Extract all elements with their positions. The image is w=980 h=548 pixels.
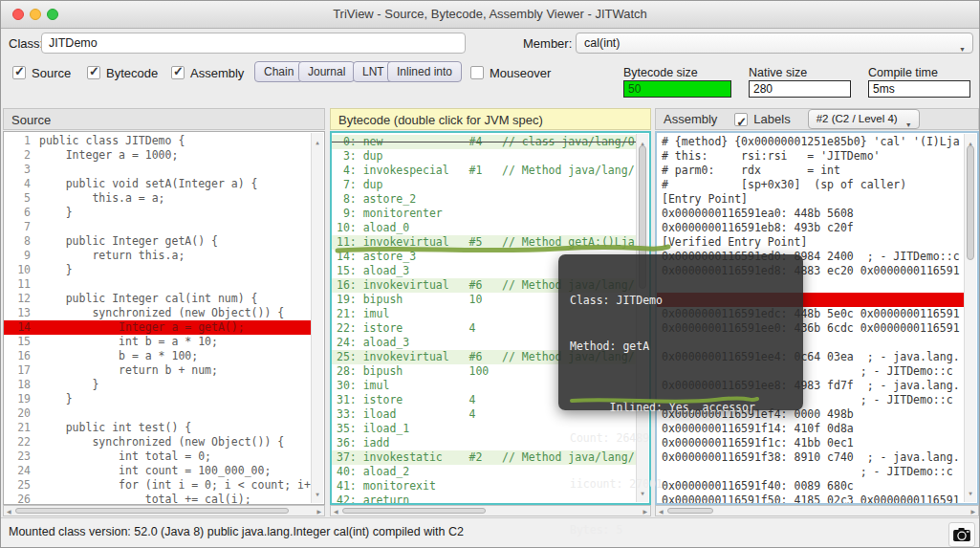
source-line[interactable]: 23 int total = 0;: [4, 449, 313, 464]
line-number: 24: [8, 464, 31, 478]
assembly-line[interactable]: [Verified Entry Point]: [657, 235, 966, 250]
member-label: Member:: [523, 36, 572, 51]
line-number: 26: [8, 493, 31, 504]
assembly-checkbox[interactable]: ✓: [171, 66, 185, 79]
source-line[interactable]: 3: [4, 163, 313, 177]
source-line[interactable]: 21 public int test() {: [4, 421, 313, 435]
scroll-up-icon[interactable]: ▲: [312, 135, 323, 149]
line-number: 10: [8, 263, 31, 277]
scroll-right-icon[interactable]: ▶: [316, 508, 321, 515]
source-line[interactable]: 24 int count = 100_000_00;: [4, 464, 313, 478]
assembly-line[interactable]: 0x0000000116591eb8: 493b c20f: [657, 221, 966, 235]
line-number: 13: [8, 306, 31, 320]
source-line[interactable]: 11: [4, 277, 313, 292]
source-line[interactable]: 12 public Integer cal(int num) {: [4, 292, 313, 306]
labels-checkbox[interactable]: ✓: [734, 113, 748, 126]
assembly-vertical-scrollbar[interactable]: ▲ ▼: [964, 134, 976, 502]
bytecode-checkbox[interactable]: ✓: [87, 66, 100, 79]
source-line[interactable]: 5 this.a = a;: [4, 191, 313, 206]
assembly-line[interactable]: # parm0: rdx = int: [657, 164, 966, 178]
source-line[interactable]: 7: [4, 220, 313, 234]
source-line[interactable]: 26 total += cal(i);: [4, 493, 313, 504]
mouseover-checkbox[interactable]: [470, 66, 484, 79]
bytecode-line[interactable]: 11: invokevirtual #5 // Method getA:()Lj…: [332, 235, 638, 250]
source-line[interactable]: 15 int b = a * 10;: [4, 335, 313, 349]
line-number: 17: [8, 363, 31, 378]
compile-time-label: Compile time: [868, 66, 938, 79]
bytecode-line[interactable]: 9: monitorenter: [332, 207, 638, 221]
source-line[interactable]: 19 }: [4, 392, 313, 406]
scroll-down-icon[interactable]: ▼: [312, 487, 323, 501]
assembly-line[interactable]: # [sp+0x30] (sp of caller): [657, 178, 966, 192]
source-checkbox[interactable]: ✓: [12, 66, 26, 79]
line-number: 18: [8, 378, 31, 392]
source-line-text: public Integer cal(int num) {: [39, 292, 257, 305]
line-number: 15: [8, 335, 31, 349]
scrollbar-thumb[interactable]: [15, 508, 289, 514]
source-line[interactable]: 16 b = a * 100;: [4, 349, 313, 363]
source-vertical-scrollbar[interactable]: ▲ ▼: [311, 133, 323, 503]
title-bar: TriView - Source, Bytecode, Assembly Vie…: [1, 1, 979, 29]
assembly-line[interactable]: [Entry Point]: [657, 192, 966, 207]
scroll-down-icon[interactable]: ▼: [965, 486, 976, 500]
line-number: 16: [8, 349, 31, 363]
bytecode-size-label: Bytecode size: [623, 66, 698, 79]
source-line[interactable]: 10 }: [4, 263, 313, 277]
source-line[interactable]: 18 }: [4, 378, 313, 392]
source-line-text: int total = 0;: [39, 449, 211, 463]
assembly-checkbox-label: Assembly: [190, 66, 244, 80]
compilation-level-select[interactable]: #2 (C2 / Level 4) ▼: [808, 109, 920, 129]
source-line[interactable]: 17 return b + num;: [4, 363, 313, 378]
line-number: 14: [8, 320, 31, 335]
source-line[interactable]: 22 synchronized (new Object()) {: [4, 435, 313, 449]
source-line-text: b = a * 100;: [39, 349, 198, 362]
source-line[interactable]: 20: [4, 406, 313, 421]
line-number: 9: [8, 249, 31, 263]
tooltip-iicount: iicount: 27001: [570, 476, 792, 492]
source-code-panel: 1public class JITDemo {2 Integer a = 100…: [3, 131, 325, 505]
zoom-window-icon[interactable]: [47, 9, 58, 20]
source-line[interactable]: 14 Integer a = getA();: [4, 320, 313, 335]
assembly-line[interactable]: # this: rsi:rsi = 'JITDemo': [657, 149, 966, 164]
bytecode-line[interactable]: 10: aload_0: [332, 221, 638, 235]
assembly-line[interactable]: # {method} {0x00000001251e85b0} 'cal' '(…: [657, 135, 966, 149]
scroll-left-icon[interactable]: ◀: [7, 508, 11, 515]
class-input[interactable]: JITDemo: [41, 33, 466, 54]
scroll-right-icon[interactable]: ▶: [970, 508, 975, 515]
tooltip-method: Method: getA: [570, 339, 792, 354]
source-line[interactable]: 8 public Integer getA() {: [4, 234, 313, 249]
scrollbar-thumb[interactable]: [342, 508, 486, 514]
source-line[interactable]: 13 synchronized (new Object()) {: [4, 306, 313, 320]
source-line[interactable]: 6 }: [4, 206, 313, 220]
bytecode-line[interactable]: 3: dup: [332, 149, 638, 164]
assembly-line[interactable]: 0x0000000116591ea0: 448b 5608: [657, 207, 966, 221]
bytecode-size-value: 50: [623, 80, 731, 98]
source-line[interactable]: 9 return this.a;: [4, 249, 313, 263]
source-line[interactable]: 25 for (int i = 0; i < count; i+: [4, 478, 313, 493]
bytecode-line[interactable]: 4: invokespecial #1 // Method java/lang/: [332, 164, 638, 178]
source-panel-header: Source: [3, 108, 325, 130]
line-number: 25: [8, 478, 31, 493]
scrollbar-thumb[interactable]: [967, 145, 974, 260]
bytecode-line[interactable]: 0: new #4 // class java/lang/O: [332, 135, 638, 149]
inlined-marker-underline: [570, 396, 761, 406]
scroll-left-icon[interactable]: ◀: [334, 508, 338, 515]
bytecode-line[interactable]: 7: dup: [332, 178, 638, 192]
source-line[interactable]: 2 Integer a = 1000;: [4, 148, 313, 163]
chain-button[interactable]: Chain: [254, 61, 303, 82]
check-icon: ✓: [173, 64, 184, 78]
minimize-window-icon[interactable]: [30, 9, 41, 20]
source-line[interactable]: 4 public void setA(Integer a) {: [4, 177, 313, 191]
close-window-icon[interactable]: [12, 9, 24, 20]
member-select[interactable]: cal(int) ▼: [576, 33, 973, 54]
bytecode-line[interactable]: 8: astore_2: [332, 192, 638, 207]
source-line-text: public Integer getA() {: [39, 234, 218, 248]
source-line[interactable]: 1public class JITDemo {: [4, 134, 313, 148]
screenshot-button[interactable]: [948, 522, 975, 547]
inlined-into-button[interactable]: Inlined into: [387, 61, 462, 82]
journal-button[interactable]: Journal: [298, 61, 355, 82]
source-horizontal-scrollbar[interactable]: ◀ ▶: [3, 505, 325, 516]
source-line-text: return b + num;: [39, 363, 218, 377]
line-number: 20: [8, 406, 31, 421]
line-number: 6: [8, 206, 31, 220]
